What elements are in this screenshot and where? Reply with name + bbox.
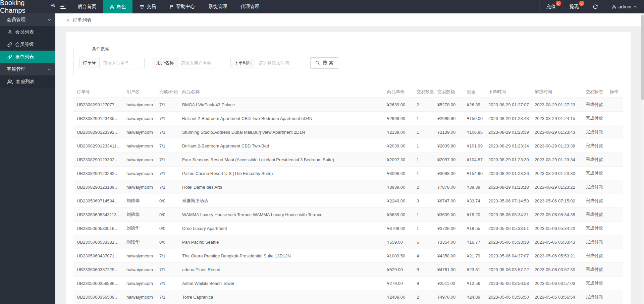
nav-item-system[interactable]: 系统管理 (202, 0, 234, 13)
cell-amount: ¥6747.00 (435, 194, 464, 208)
cell-unfreeze-time: 2023-08-29 01:27:23 (532, 98, 583, 112)
cell-progress: 0/0 (157, 208, 179, 222)
table-row: UB2308290123341141haiwaiymcom7/1Brillian… (73, 139, 623, 153)
refresh-button[interactable] (586, 0, 605, 13)
cell-product-name: The Okura Prestige Bangkok-Presidential … (179, 249, 384, 263)
cell-commission: ¥150.00 (464, 112, 486, 125)
nav-item-help-center[interactable]: 帮助中心 (163, 0, 202, 13)
cell-unit-price: ¥3098.00 (384, 167, 414, 180)
cell-amount: ¥2039.80 (435, 139, 464, 153)
cell-order-time: 2023-05-06 03:57:22 (486, 263, 532, 277)
cell-username: 刘德华 (124, 222, 157, 235)
sidebar-item-member-level[interactable]: 会员等级 (0, 38, 55, 51)
order-time-input[interactable] (255, 58, 300, 68)
scrollbar-thumb[interactable] (641, 15, 644, 100)
table-header-row: 订单号 用户名 完成/开始 商品名称 商品单价 交易数量 交易数额 佣金 下单时… (73, 86, 623, 98)
cell-order-time: 2023-08-29 01:23:34 (486, 139, 532, 153)
vertical-scrollbar[interactable] (641, 13, 644, 304)
nav-item-trade[interactable]: 交易 (132, 0, 163, 13)
cell-product-name: WAMMA Luxury House with Terrace WAMMA Lu… (179, 208, 384, 222)
sidebar-item-customer-service-list[interactable]: 客服列表 (0, 75, 55, 88)
sidebar-item-member-list[interactable]: 会员列表 (0, 26, 55, 38)
cell-progress: 7/1 (157, 167, 179, 180)
order-id-input[interactable] (100, 58, 145, 68)
cell-actions (607, 112, 623, 125)
sidebar: 会员管理 会员列表 会员等级 抢单列表 客服管理 客服列表 (0, 13, 55, 304)
order-table: 订单号 用户名 完成/开始 商品名称 商品单价 交易数量 交易数额 佣金 下单时… (73, 86, 623, 304)
cell-progress: 0/0 (157, 235, 179, 249)
cell-order-time: 2023-05-06 07:14:58 (486, 194, 532, 208)
cell-product-name: Palms Casino Resort U.S (The Empathy Sui… (179, 167, 384, 180)
cell-quantity: 2 (414, 290, 435, 304)
withdraw-badge: 0 (579, 1, 584, 6)
cell-unit-price: ¥2249.00 (384, 194, 414, 208)
cell-order-id: UB2305060356509049 (73, 290, 124, 304)
search-fieldset: 条件搜索 订单号 用户名称 下单时间 搜 索 (73, 46, 623, 75)
table-row: UB2305060437071221haiwaiymcom7/1The Okur… (73, 249, 623, 263)
nav-item-dashboard[interactable]: 后台首页 (71, 0, 103, 13)
cell-order-id: UB2305060533516881 (73, 222, 124, 235)
withdraw-label: 提现 (570, 4, 579, 10)
col-header-unit-price: 商品单价 (384, 86, 414, 98)
withdraw-button[interactable]: 提现 0 (562, 0, 586, 13)
cell-quantity: 3 (414, 194, 435, 208)
cell-status: 完成付款 (583, 249, 607, 263)
nav-label: 代理管理 (240, 4, 259, 10)
cell-quantity: 1 (414, 125, 435, 139)
cell-product-name: Pan Pacific Seattle (179, 235, 384, 249)
cell-order-time: 2023-05-06 05:33:51 (486, 222, 532, 235)
table-row: UB2305060533516881刘德华0/0Orso Luxury Apar… (73, 222, 623, 235)
cell-unfreeze-time: 2023-08-29 01:23:30 (532, 167, 583, 180)
app-logo-text: Booking Champs (0, 0, 50, 14)
cell-progress: 7/1 (157, 249, 179, 263)
cell-unit-price: ¥559.00 (384, 235, 414, 249)
nav-item-agent[interactable]: 代理管理 (234, 0, 266, 13)
nav-label: 交易 (147, 4, 156, 10)
cell-order-id: UB2305060714584204 (73, 194, 124, 208)
recharge-button[interactable]: 充值 0 (539, 0, 562, 13)
order-id-label: 订单号 (79, 58, 100, 68)
cell-actions (607, 194, 623, 208)
nav-item-role[interactable]: 角色 (103, 0, 132, 13)
sidebar-item-label: 会员列表 (15, 29, 34, 35)
chevron-down-icon (47, 67, 51, 71)
sidebar-item-order-grab-list[interactable]: 抢单列表 (0, 51, 55, 63)
page-title: 订单列表 (73, 17, 92, 23)
cell-amount: ¥3354.00 (435, 235, 464, 249)
cell-actions (607, 153, 623, 167)
cell-username: 刘德华 (124, 208, 157, 222)
sidebar-group-customer-service[interactable]: 客服管理 (0, 63, 55, 75)
cell-order-id: UB2308290123189030 (73, 180, 124, 194)
cell-commission: ¥12.56 (464, 277, 486, 290)
cell-status: 完成付款 (583, 208, 607, 222)
nav-label: 后台首页 (77, 4, 96, 10)
cell-actions (607, 208, 623, 222)
cell-product-name: Hôtel Dame des Arts (179, 180, 384, 194)
cell-status: 完成付款 (583, 180, 607, 194)
topbar: Booking ChampsV8 后台首页 角色 交易 帮助中心 系统管理 (0, 0, 644, 13)
cell-commission: ¥33.74 (464, 194, 486, 208)
cell-commission: ¥106.95 (464, 125, 486, 139)
cell-amount: ¥3098.00 (435, 167, 464, 180)
cell-commission: ¥154.90 (464, 167, 486, 180)
cell-actions (607, 263, 623, 277)
sidebar-item-label: 会员等级 (15, 42, 34, 48)
username-input[interactable] (177, 58, 222, 68)
app-logo: Booking ChampsV8 (0, 0, 55, 13)
user-menu[interactable]: admin (605, 0, 644, 13)
person-icon (612, 4, 616, 9)
cell-order-id: UB2308290123341141 (73, 139, 124, 153)
cell-username: haiwaiymcom (124, 180, 157, 194)
sidebar-toggle-icon[interactable] (55, 0, 71, 13)
search-legend: 条件搜索 (89, 46, 113, 52)
sidebar-group-label: 客服管理 (7, 66, 25, 72)
table-row: UB2305060533381597刘德华0/0Pan Pacific Seat… (73, 235, 623, 249)
table-row: UB2305060714584204刘德华0/0威廉斯堡酒店¥2249.003¥… (73, 194, 623, 208)
cell-progress: 7/1 (157, 290, 179, 304)
cell-progress: 7/1 (157, 277, 179, 290)
sidebar-group-member-management[interactable]: 会员管理 (0, 13, 55, 26)
cell-order-time: 2023-05-06 05:33:38 (486, 235, 532, 249)
search-button[interactable]: 搜 索 (310, 57, 338, 69)
cell-order-time: 2023-05-06 05:34:31 (486, 208, 532, 222)
order-list-panel: 条件搜索 订单号 用户名称 下单时间 搜 索 (66, 32, 631, 304)
